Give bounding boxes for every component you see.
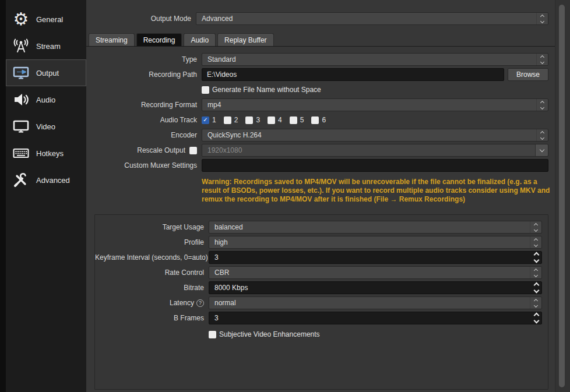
spinbox-arrows-icon[interactable]: [531, 282, 541, 294]
audio-track-6[interactable]: ✓ 6: [311, 116, 326, 124]
recording-path-row: Recording Path Browse: [86, 68, 548, 81]
audio-track-number: 6: [322, 116, 326, 124]
audio-track-5[interactable]: ✓ 5: [290, 116, 304, 124]
sidebar-item-label: Stream: [36, 42, 61, 51]
sidebar-item-audio[interactable]: Audio: [6, 86, 86, 113]
recording-path-label: Recording Path: [86, 70, 197, 79]
encoder-row: Encoder QuickSync H.264: [86, 129, 548, 142]
settings-sidebar: ⚙ General Stream: [0, 0, 86, 392]
combo-spinner-icon[interactable]: [530, 236, 541, 248]
audio-track-group: ✓ 1 ✓ 2 ✓ 3 ✓ 4: [202, 116, 326, 124]
tab-label: Replay Buffer: [224, 36, 267, 44]
vertical-scrollbar[interactable]: [555, 0, 570, 392]
help-icon[interactable]: ?: [196, 299, 204, 307]
bitrate-spinbox[interactable]: 8000 Kbps: [209, 281, 542, 294]
bitrate-row: Bitrate 8000 Kbps: [95, 281, 542, 294]
output-mode-value: Advanced: [196, 15, 536, 23]
subjective-enhancements-checkbox[interactable]: ✓: [209, 331, 216, 338]
type-select[interactable]: Standard: [202, 53, 548, 66]
output-tabbar: Streaming Recording Audio Replay Buffer: [89, 33, 555, 46]
audio-track-6-checkbox[interactable]: ✓: [311, 116, 319, 124]
sidebar-item-stream[interactable]: Stream: [6, 33, 86, 59]
bitrate-value: 8000 Kbps: [209, 284, 531, 292]
dropdown-arrow-icon: [535, 144, 548, 156]
audio-track-row: Audio Track ✓ 1 ✓ 2 ✓ 3 ✓: [86, 114, 548, 126]
filename-nospace-row: ✓ Generate File Name without Space: [86, 83, 548, 96]
latency-label: Latency: [170, 299, 194, 307]
settings-nav-list: ⚙ General Stream: [6, 0, 86, 392]
rescale-output-row: Rescale Output ✓ 1920x1080: [86, 144, 548, 157]
audio-track-number: 5: [300, 116, 304, 124]
rate-control-row: Rate Control CBR: [95, 266, 542, 279]
combo-spinner-icon[interactable]: [530, 267, 541, 278]
sidebar-item-label: Advanced: [36, 176, 70, 185]
encoder-value: QuickSync H.264: [202, 131, 536, 139]
sidebar-item-video[interactable]: Video: [6, 113, 86, 140]
sidebar-item-label: Hotkeys: [36, 149, 64, 158]
bframes-spinbox[interactable]: 3: [209, 312, 542, 324]
sidebar-item-label: General: [36, 15, 63, 24]
generate-no-space-label: Generate File Name without Space: [212, 86, 321, 94]
tab-label: Recording: [143, 36, 175, 44]
audio-track-3[interactable]: ✓ 3: [245, 116, 260, 124]
recording-format-row: Recording Format mp4: [86, 98, 548, 111]
sidebar-item-label: Output: [36, 69, 59, 77]
combo-spinner-icon[interactable]: [536, 99, 548, 111]
output-settings-panel: Output Mode Advanced Streaming Recording…: [86, 0, 555, 392]
tab-recording[interactable]: Recording: [136, 33, 182, 46]
audio-track-1-checkbox[interactable]: ✓: [202, 116, 209, 124]
keyframe-interval-spinbox[interactable]: 3: [209, 251, 542, 264]
audio-track-4[interactable]: ✓ 4: [268, 116, 282, 124]
type-value: Standard: [202, 55, 536, 63]
audio-track-number: 1: [212, 116, 216, 124]
recording-format-select[interactable]: mp4: [202, 98, 548, 111]
keyframe-interval-row: Keyframe Interval (seconds, 0=auto) 3: [95, 251, 542, 264]
custom-muxer-input[interactable]: [202, 159, 548, 172]
audio-track-2[interactable]: ✓ 2: [224, 116, 238, 124]
target-usage-value: balanced: [209, 223, 530, 231]
sidebar-item-advanced[interactable]: Advanced: [6, 167, 86, 193]
sidebar-item-hotkeys[interactable]: Hotkeys: [6, 140, 86, 167]
encoder-select[interactable]: QuickSync H.264: [202, 129, 548, 142]
recording-path-input[interactable]: [202, 68, 504, 81]
rate-control-select[interactable]: CBR: [209, 266, 542, 279]
sidebar-item-general[interactable]: ⚙ General: [6, 6, 86, 33]
target-usage-row: Target Usage balanced: [95, 221, 542, 234]
profile-select[interactable]: high: [209, 236, 542, 249]
tab-audio[interactable]: Audio: [184, 33, 216, 46]
latency-row: Latency ? normal: [95, 296, 542, 309]
type-row: Type Standard: [86, 53, 548, 66]
tab-replay-buffer[interactable]: Replay Buffer: [217, 33, 274, 46]
combo-spinner-icon[interactable]: [530, 297, 541, 309]
custom-muxer-row: Custom Muxer Settings: [86, 159, 548, 172]
audio-track-1[interactable]: ✓ 1: [202, 116, 216, 124]
sidebar-item-output[interactable]: Output: [6, 59, 86, 86]
spinbox-arrows-icon[interactable]: [531, 252, 541, 263]
keyboard-icon: [11, 143, 31, 163]
rescale-resolution-value: 1920x1080: [202, 146, 535, 154]
combo-spinner-icon[interactable]: [536, 13, 548, 24]
rescale-output-checkbox[interactable]: ✓: [189, 147, 197, 154]
browse-button[interactable]: Browse: [508, 68, 548, 81]
combo-spinner-icon[interactable]: [530, 221, 541, 233]
combo-spinner-icon[interactable]: [536, 54, 548, 65]
audio-track-2-checkbox[interactable]: ✓: [224, 116, 231, 124]
audio-track-4-checkbox[interactable]: ✓: [268, 116, 275, 124]
latency-select[interactable]: normal: [209, 296, 542, 309]
keyframe-interval-label: Keyframe Interval (seconds, 0=auto): [95, 253, 204, 262]
target-usage-select[interactable]: balanced: [209, 221, 542, 234]
combo-spinner-icon[interactable]: [536, 129, 548, 141]
encoder-settings-groupbox: Target Usage balanced Profile high Keyfr…: [94, 214, 548, 390]
recording-tab-page: Type Standard Recording Path Browse ✓ Ge…: [86, 53, 555, 390]
scrollbar-handle[interactable]: [559, 5, 565, 387]
spinbox-arrows-icon[interactable]: [531, 312, 541, 324]
generate-no-space-checkbox[interactable]: ✓: [202, 86, 209, 94]
tab-streaming[interactable]: Streaming: [89, 33, 135, 46]
obs-settings-window: ⚙ General Stream: [0, 0, 570, 392]
recording-format-value: mp4: [202, 101, 536, 109]
gear-icon: ⚙: [11, 9, 31, 29]
type-label: Type: [86, 55, 197, 63]
output-mode-select[interactable]: Advanced: [196, 12, 548, 25]
audio-track-5-checkbox[interactable]: ✓: [290, 116, 297, 124]
audio-track-3-checkbox[interactable]: ✓: [245, 116, 253, 124]
